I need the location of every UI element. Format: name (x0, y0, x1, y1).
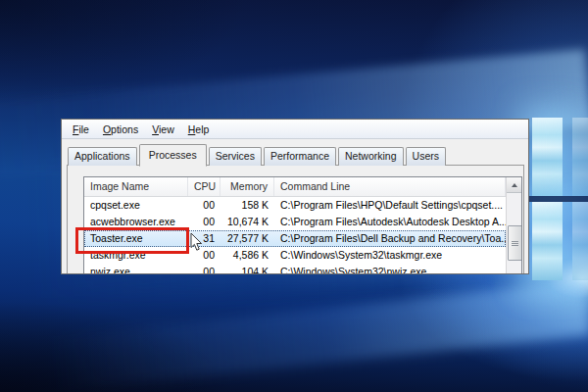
menu-bar: File Options View Help (62, 120, 528, 139)
cell-image-name: nwiz.exe (84, 264, 188, 274)
windows-logo-pane (532, 202, 563, 280)
menu-help[interactable]: Help (181, 122, 217, 137)
windows-logo-pane (532, 118, 563, 196)
cell-cpu: 00 (188, 214, 220, 230)
cell-memory: 27,577 K (220, 230, 274, 247)
cell-memory: 104 K (220, 264, 274, 274)
tab-services[interactable]: Services (209, 147, 262, 166)
cell-command-line: C:\Windows\System32\nwiz.exe (274, 264, 506, 274)
process-row-cpqset[interactable]: cpqset.exe 00 158 K C:\Program Files\HPQ… (84, 197, 506, 214)
cell-command-line: C:\Program Files\HPQ\Default Settings\cp… (274, 197, 506, 214)
vertical-scrollbar[interactable] (506, 177, 521, 274)
cell-memory: 158 K (220, 197, 274, 214)
light-beam (0, 280, 588, 392)
cell-cpu: 00 (188, 264, 220, 274)
list-header: Image Name CPU Memory Command Line (84, 177, 506, 197)
tab-users[interactable]: Users (406, 147, 446, 166)
process-list: Image Name CPU Memory Command Line cpqse… (83, 176, 522, 274)
cell-memory: 4,586 K (220, 247, 274, 264)
tab-performance[interactable]: Performance (264, 147, 336, 166)
cell-command-line: C:\Windows\System32\taskmgr.exe (274, 247, 506, 264)
tab-strip: Applications Processes Services Performa… (68, 143, 448, 166)
windows-logo-pane (572, 202, 588, 280)
tab-applications[interactable]: Applications (68, 147, 137, 166)
menu-file[interactable]: File (66, 122, 96, 137)
cell-cpu: 00 (188, 197, 220, 214)
cell-command-line: C:\Program Files\Autodesk\Autodesk Deskt… (274, 214, 506, 230)
highlight-box (75, 227, 189, 254)
task-manager-window: File Options View Help Applications Proc… (61, 119, 529, 274)
cell-image-name: cpqset.exe (84, 197, 188, 214)
column-header-memory[interactable]: Memory (220, 177, 274, 196)
up-arrow-icon (512, 183, 517, 187)
tab-networking[interactable]: Networking (338, 147, 404, 166)
scrollbar-thumb[interactable] (508, 225, 522, 261)
desktop: File Options View Help Applications Proc… (0, 0, 588, 392)
tab-processes[interactable]: Processes (139, 144, 207, 167)
menu-view[interactable]: View (145, 122, 181, 137)
windows-logo-pane (572, 118, 588, 196)
cell-memory: 10,674 K (220, 214, 274, 230)
scroll-up-button[interactable] (507, 177, 521, 193)
grip-icon (512, 241, 518, 246)
column-header-image-name[interactable]: Image Name (84, 177, 188, 196)
process-row-nwiz[interactable]: nwiz.exe 00 104 K C:\Windows\System32\nw… (84, 264, 506, 274)
cell-command-line: C:\Program Files\Dell Backup and Recover… (274, 230, 506, 247)
mouse-cursor (190, 232, 204, 253)
column-header-command-line[interactable]: Command Line (274, 177, 506, 196)
windows-logo-divider (529, 196, 588, 202)
column-header-cpu[interactable]: CPU (188, 177, 220, 196)
menu-options[interactable]: Options (96, 122, 145, 137)
